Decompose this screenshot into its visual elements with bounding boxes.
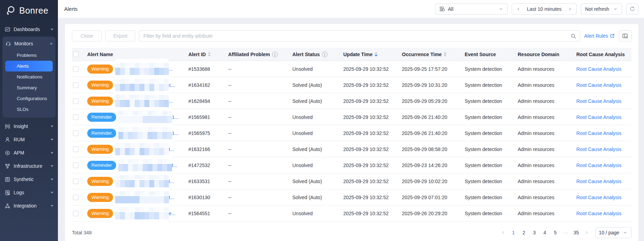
alert-name-link[interactable]: t... [172, 163, 178, 168]
scope-filter-dropdown[interactable]: All [435, 3, 508, 15]
root-cause-analysis-link[interactable]: Root Cause Analysis [576, 114, 621, 120]
row-checkbox[interactable] [73, 146, 78, 152]
column-settings-button[interactable] [619, 30, 631, 42]
pagination-next-button[interactable] [583, 228, 591, 237]
sidebar-item-insight[interactable]: Insight [0, 120, 58, 133]
refresh-mode-dropdown[interactable]: Not refresh [581, 3, 622, 15]
alert-name-link[interactable]: t... [169, 146, 174, 152]
sidebar-item-configurations[interactable]: Configurations [2, 93, 55, 104]
sidebar-item-label: Dashboards [14, 27, 47, 32]
alerts-toolbar: Close Export Alert Rules [72, 30, 631, 42]
severity-badge: Reminder [87, 113, 116, 122]
alert-name-link[interactable]: ... [169, 66, 173, 72]
pagination-page-2[interactable]: 2 [520, 228, 528, 237]
sidebar-item-label: RUM [14, 137, 47, 142]
root-cause-analysis-link[interactable]: Root Cause Analysis [576, 163, 621, 168]
root-cause-analysis-link[interactable]: Root Cause Analysis [576, 98, 621, 104]
sidebar-item-apm[interactable]: APM [0, 146, 58, 159]
affiliated-problem: -- [228, 195, 231, 200]
time-range-prev-icon[interactable] [516, 7, 521, 12]
alerts-panel: Close Export Alert Rules [65, 24, 638, 241]
row-checkbox[interactable] [73, 82, 78, 88]
sidebar-item-integration[interactable]: Integration [0, 199, 58, 212]
page-size-select[interactable]: 10 / page [595, 227, 631, 238]
sidebar-item-dashboards[interactable]: Dashboards [0, 23, 58, 36]
column-header-occurrence[interactable]: Occurrence Time [402, 52, 465, 57]
event-source: System detection [465, 195, 502, 200]
alert-name-link[interactable]: i... [169, 179, 174, 184]
root-cause-analysis-link[interactable]: Root Cause Analysis [576, 130, 621, 136]
affiliated-problem: -- [228, 82, 231, 88]
root-cause-analysis-link[interactable]: Root Cause Analysis [576, 211, 621, 216]
sidebar-item-notifications[interactable]: Notifications [2, 71, 55, 82]
alert-status: Solved (Auto) [292, 98, 322, 104]
column-header-id[interactable]: Alert ID [188, 52, 228, 57]
time-range-next-icon[interactable] [568, 7, 572, 12]
alert-name-link[interactable]: 1... [172, 114, 179, 120]
select-all-checkbox[interactable] [73, 52, 78, 57]
filter-input[interactable] [143, 33, 570, 39]
sidebar-item-alerts[interactable]: Alerts [5, 61, 53, 71]
root-cause-analysis-link[interactable]: Root Cause Analysis [576, 195, 621, 200]
alert-name-censored[interactable] [115, 203, 169, 224]
sidebar-item-slos[interactable]: SLOs [2, 104, 55, 115]
search-icon[interactable] [570, 33, 576, 39]
sidebar-item-logs[interactable]: Logs [0, 186, 58, 199]
close-button[interactable]: Close [72, 30, 102, 42]
alert-name-link[interactable]: e... [169, 211, 175, 216]
sidebar-item-problems[interactable]: Problems [2, 50, 55, 61]
pagination-page-4[interactable]: 4 [541, 228, 549, 237]
alert-name-link[interactable]: 1... [172, 130, 179, 136]
row-checkbox[interactable] [73, 66, 78, 72]
pagination-page-5[interactable]: 5 [551, 228, 560, 237]
event-source: System detection [465, 163, 502, 168]
affiliated-problem: -- [228, 146, 231, 152]
update-time: 2025-09-29 10:32:52 [343, 163, 389, 168]
alert-status: Unsolved [292, 163, 313, 168]
row-checkbox[interactable] [73, 98, 78, 104]
pagination-prev-button[interactable] [499, 228, 507, 237]
severity-badge: Reminder [87, 129, 116, 138]
sort-icon[interactable] [208, 52, 211, 57]
root-cause-analysis-link[interactable]: Root Cause Analysis [576, 66, 621, 72]
sidebar-item-monitors[interactable]: Monitors [2, 37, 55, 50]
sidebar-item-infrastructure[interactable]: Infrastructure [0, 159, 58, 173]
update-time: 2025-09-29 10:32:52 [343, 146, 389, 152]
row-checkbox[interactable] [73, 211, 78, 216]
row-checkbox[interactable] [73, 130, 78, 136]
pagination-page-1[interactable]: 1 [509, 228, 518, 237]
sidebar-item-summary[interactable]: Summary [2, 82, 55, 93]
column-header-update[interactable]: Update Time [343, 52, 402, 57]
alert-status: Solved (Auto) [292, 146, 322, 152]
event-source: System detection [465, 98, 502, 104]
pagination-ellipsis[interactable]: ··· [562, 228, 570, 237]
table-footer: Total 348 12345···35 10 / page [72, 227, 631, 238]
sidebar-item-synthetic[interactable]: Synthetic [0, 173, 58, 186]
row-checkbox[interactable] [73, 179, 78, 184]
pagination-page-35[interactable]: 35 [572, 228, 581, 237]
row-checkbox[interactable] [73, 163, 78, 168]
column-header-status: Alert Statusi [292, 52, 343, 57]
row-checkbox[interactable] [73, 195, 78, 200]
alert-name-link[interactable]: ... [169, 98, 173, 104]
root-cause-analysis-link[interactable]: Root Cause Analysis [576, 179, 621, 184]
refresh-button[interactable] [626, 3, 638, 15]
sort-icon[interactable] [375, 52, 377, 57]
sidebar-item-label: Monitors [14, 41, 47, 46]
time-range-picker[interactable]: Last 10 minutes [512, 3, 577, 15]
sort-icon[interactable] [444, 52, 447, 57]
alert-name-link[interactable]: t... [169, 195, 174, 200]
severity-badge: Warning [87, 97, 113, 106]
info-icon[interactable]: i [322, 52, 328, 57]
update-time: 2025-09-29 10:32:52 [343, 82, 389, 88]
pagination-page-3[interactable]: 3 [530, 228, 539, 237]
root-cause-analysis-link[interactable]: Root Cause Analysis [576, 146, 621, 152]
event-source: System detection [465, 146, 502, 152]
root-cause-analysis-link[interactable]: Root Cause Analysis [576, 82, 621, 88]
alert-rules-link[interactable]: Alert Rules [584, 33, 615, 39]
alert-name-link[interactable]: c... [169, 82, 175, 88]
export-button[interactable]: Export [105, 30, 135, 42]
sidebar-item-rum[interactable]: RUM [0, 133, 58, 146]
info-icon[interactable]: i [272, 52, 278, 57]
row-checkbox[interactable] [73, 114, 78, 120]
